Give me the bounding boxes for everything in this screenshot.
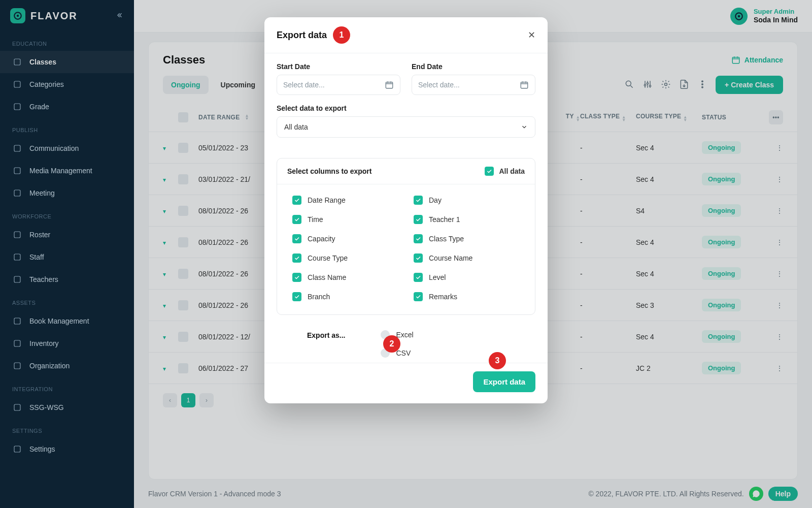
all-data-label: All data [499,167,525,175]
columns-box: Select columns to export All data Date R… [277,158,535,315]
step-badge-1: 1 [333,26,350,44]
column-checkbox-level[interactable]: Level [414,273,520,282]
column-label: Level [429,273,446,281]
export-data-button[interactable]: Export data [473,371,535,392]
column-label: Class Type [429,235,464,243]
column-checkbox-remarks[interactable]: Remarks [414,292,520,301]
checkbox-icon [414,292,423,301]
select-data-label: Select data to export [277,104,535,112]
select-data-dropdown[interactable]: All data [277,116,535,138]
end-date-input[interactable]: Select date... [412,75,535,95]
column-label: Class Name [308,273,346,281]
column-checkbox-course-name[interactable]: Course Name [414,253,520,263]
column-label: Course Name [429,254,472,262]
checkbox-icon [292,292,301,301]
start-date-input[interactable]: Select date... [277,75,400,95]
all-data-toggle[interactable]: All data [485,167,525,176]
start-date-placeholder: Select date... [283,81,325,89]
column-label: Time [308,215,323,224]
column-checkbox-time[interactable]: Time [292,215,398,224]
column-label: Capacity [308,235,335,243]
column-label: Day [429,196,442,204]
column-checkbox-day[interactable]: Day [414,196,520,205]
column-label: Branch [308,293,330,301]
checkbox-icon [292,234,301,243]
export-modal: Export data 1 ✕ Start Date Select date..… [264,17,548,403]
column-checkbox-course-type[interactable]: Course Type [292,253,398,263]
end-date-placeholder: Select date... [418,81,460,89]
column-label: Teacher 1 [429,215,460,224]
format-label: Excel [396,331,413,339]
checkbox-icon [414,215,423,224]
checkbox-icon [414,234,423,243]
checkbox-icon [414,196,423,205]
column-checkbox-class-name[interactable]: Class Name [292,273,398,282]
svg-rect-28 [521,82,528,88]
export-as-label: Export as... [307,331,345,339]
all-data-checkbox[interactable] [485,167,494,176]
checkbox-icon [292,273,301,282]
column-label: Remarks [429,293,457,301]
column-label: Date Range [308,196,346,204]
column-label: Course Type [308,254,348,262]
end-date-label: End Date [412,62,535,71]
start-date-label: Start Date [277,62,400,71]
modal-overlay: Export data 1 ✕ Start Date Select date..… [0,0,812,508]
select-data-value: All data [284,123,308,131]
close-icon[interactable]: ✕ [528,29,535,41]
column-checkbox-date-range[interactable]: Date Range [292,196,398,205]
modal-title: Export data [277,30,327,41]
checkbox-icon [292,215,301,224]
checkbox-icon [414,273,423,282]
step-badge-3: 3 [489,352,506,369]
column-checkbox-class-type[interactable]: Class Type [414,234,520,243]
step-badge-2: 2 [383,335,400,353]
format-label: CSV [396,349,411,357]
checkbox-icon [292,253,301,263]
svg-rect-27 [386,82,393,88]
checkbox-icon [414,253,423,263]
column-checkbox-teacher-1[interactable]: Teacher 1 [414,215,520,224]
column-checkbox-capacity[interactable]: Capacity [292,234,398,243]
checkbox-icon [292,196,301,205]
column-checkbox-branch[interactable]: Branch [292,292,398,301]
columns-title: Select columns to export [287,167,371,175]
